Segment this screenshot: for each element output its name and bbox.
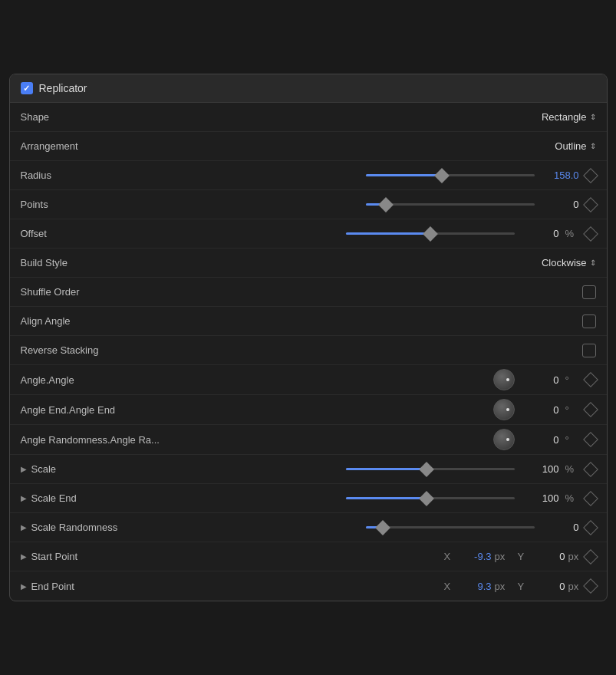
start-point-x-value: -9.3 [460, 551, 492, 562]
build-style-control: Clockwise ⇕ [159, 257, 596, 268]
angle-angle-control: 0 ° [159, 369, 596, 390]
angle-randomness-value: 0 [521, 434, 559, 446]
reverse-stacking-checkbox[interactable] [582, 344, 596, 357]
end-point-x-value: 9.3 [460, 581, 492, 592]
scale-end-label: ▶ Scale End [21, 492, 159, 504]
angle-end-unit: ° [565, 404, 579, 416]
angle-angle-label: Angle.Angle [21, 374, 159, 386]
scale-randomness-expand-icon[interactable]: ▶ [21, 523, 27, 532]
scale-end-slider[interactable] [346, 497, 515, 499]
build-style-dropdown[interactable]: Clockwise ⇕ [542, 257, 596, 268]
shuffle-order-row: Shuffle Order [10, 278, 607, 307]
start-point-y-value: 0 [533, 551, 565, 562]
points-control: 0 [159, 199, 596, 210]
scale-end-keyframe-btn[interactable] [583, 491, 598, 506]
panel-enabled-checkbox[interactable] [21, 82, 33, 94]
scale-randomness-value: 0 [541, 522, 579, 533]
start-point-x-label: X [444, 551, 456, 562]
end-point-y-unit: px [568, 581, 582, 592]
build-style-label: Build Style [21, 257, 159, 268]
offset-row: Offset 0 % [10, 219, 607, 249]
offset-label: Offset [21, 228, 159, 239]
shape-row: Shape Rectangle ⇕ [10, 103, 607, 132]
offset-unit: % [565, 228, 579, 239]
angle-end-label: Angle End.Angle End [21, 404, 159, 416]
angle-angle-value: 0 [521, 374, 559, 386]
scale-end-unit: % [565, 492, 579, 504]
reverse-stacking-row: Reverse Stacking [10, 336, 607, 365]
angle-randomness-control: 0 ° [160, 429, 596, 450]
reverse-stacking-control [159, 344, 596, 357]
scale-end-expand-icon[interactable]: ▶ [21, 494, 27, 502]
scale-randomness-row: ▶ Scale Randomness 0 [10, 513, 607, 542]
arrangement-control: Outline ⇕ [159, 140, 596, 152]
angle-randomness-keyframe-btn[interactable] [583, 432, 598, 447]
start-point-control: X -9.3 px Y 0 px [159, 551, 596, 562]
angle-randomness-dial[interactable] [493, 429, 515, 450]
shape-dropdown[interactable]: Rectangle ⇕ [542, 111, 596, 123]
angle-randomness-row: Angle Randomness.Angle Ra... 0 ° [10, 425, 607, 455]
offset-keyframe-btn[interactable] [583, 226, 598, 242]
build-style-arrow: ⇕ [590, 258, 596, 267]
end-point-y-label: Y [518, 581, 530, 592]
scale-slider[interactable] [346, 468, 515, 470]
arrangement-dropdown[interactable]: Outline ⇕ [555, 140, 595, 152]
scale-randomness-label: ▶ Scale Randomness [21, 522, 159, 533]
scale-end-value: 100 [521, 492, 559, 504]
angle-end-keyframe-btn[interactable] [583, 402, 598, 417]
end-point-x-label: X [444, 581, 456, 592]
scale-row: ▶ Scale 100 % [10, 455, 607, 484]
panel-header: Replicator [10, 74, 607, 103]
scale-expand-icon[interactable]: ▶ [21, 465, 27, 473]
angle-end-row: Angle End.Angle End 0 ° [10, 395, 607, 425]
panel-title: Replicator [39, 82, 87, 94]
start-point-expand-icon[interactable]: ▶ [21, 552, 27, 561]
start-point-keyframe-btn[interactable] [583, 549, 598, 565]
scale-keyframe-btn[interactable] [583, 462, 598, 477]
offset-slider[interactable] [346, 232, 515, 235]
shape-control: Rectangle ⇕ [159, 111, 596, 123]
align-angle-checkbox[interactable] [582, 314, 596, 328]
end-point-control: X 9.3 px Y 0 px [159, 581, 596, 592]
shape-dropdown-arrow: ⇕ [590, 113, 596, 121]
angle-angle-keyframe-btn[interactable] [583, 372, 598, 387]
end-point-y-value: 0 [533, 581, 565, 592]
points-slider[interactable] [366, 203, 535, 206]
scale-end-row: ▶ Scale End 100 % [10, 484, 607, 513]
scale-end-control: 100 % [159, 492, 596, 504]
radius-keyframe-btn[interactable] [583, 168, 598, 183]
align-angle-label: Align Angle [21, 315, 159, 327]
scale-unit: % [565, 463, 579, 475]
shuffle-order-label: Shuffle Order [21, 286, 159, 298]
scale-randomness-keyframe-btn[interactable] [583, 520, 598, 535]
scale-randomness-slider[interactable] [366, 526, 535, 528]
offset-control: 0 % [159, 228, 596, 239]
arrangement-label: Arrangement [21, 140, 159, 152]
end-point-expand-icon[interactable]: ▶ [21, 582, 27, 591]
angle-randomness-label: Angle Randomness.Angle Ra... [21, 434, 160, 446]
shuffle-order-checkbox[interactable] [582, 285, 596, 299]
radius-value: 158.0 [541, 170, 579, 181]
align-angle-control [159, 314, 596, 328]
angle-end-control: 0 ° [159, 399, 596, 420]
angle-angle-unit: ° [565, 374, 579, 386]
angle-end-value: 0 [521, 404, 559, 416]
end-point-label: ▶ End Point [21, 581, 159, 592]
angle-angle-dial[interactable] [493, 369, 515, 390]
shuffle-order-control [159, 285, 596, 299]
start-point-y-unit: px [568, 551, 582, 562]
end-point-row: ▶ End Point X 9.3 px Y 0 px [10, 571, 607, 601]
points-keyframe-btn[interactable] [583, 197, 598, 212]
angle-angle-row: Angle.Angle 0 ° [10, 365, 607, 395]
start-point-y-label: Y [518, 551, 530, 562]
end-point-x-unit: px [495, 581, 509, 592]
points-row: Points 0 [10, 190, 607, 219]
scale-value: 100 [521, 463, 559, 475]
scale-control: 100 % [159, 463, 596, 475]
shape-label: Shape [21, 111, 159, 123]
align-angle-row: Align Angle [10, 307, 607, 336]
angle-end-dial[interactable] [493, 399, 515, 420]
scale-randomness-control: 0 [159, 522, 596, 533]
radius-slider[interactable] [366, 174, 535, 176]
end-point-keyframe-btn[interactable] [583, 578, 598, 594]
